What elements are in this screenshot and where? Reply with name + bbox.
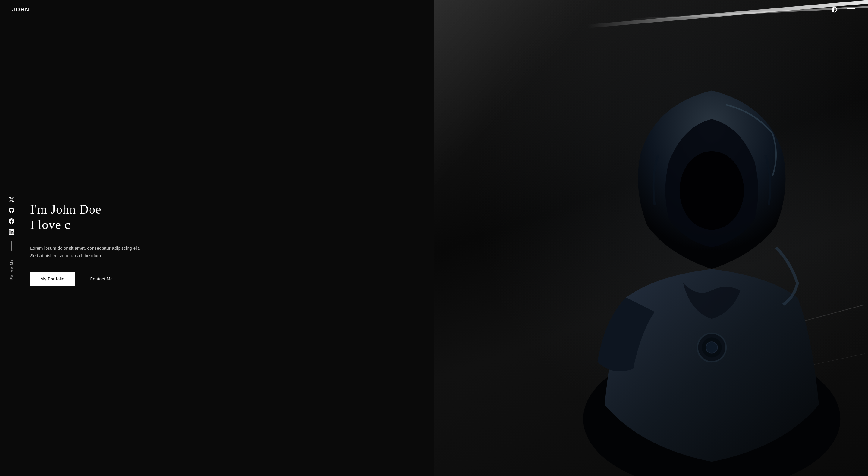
hero-description: Lorem ipsum dolor sit amet, consectetur … bbox=[30, 244, 145, 260]
portfolio-button[interactable]: My Portfolio bbox=[30, 272, 75, 286]
theme-toggle-button[interactable] bbox=[830, 5, 838, 14]
svg-point-4 bbox=[706, 342, 718, 353]
hamburger-menu-button[interactable] bbox=[846, 7, 856, 12]
svg-point-1 bbox=[680, 151, 744, 230]
hero-content: I'm John Doe I love c Lorem ipsum dolor … bbox=[30, 190, 145, 286]
follow-label: Follow Me bbox=[10, 259, 13, 280]
right-panel bbox=[434, 0, 868, 476]
twitter-icon[interactable] bbox=[8, 196, 14, 202]
github-icon[interactable] bbox=[8, 207, 14, 213]
contact-button[interactable]: Contact Me bbox=[80, 272, 123, 286]
facebook-icon[interactable] bbox=[8, 218, 14, 224]
social-sidebar: Follow Me bbox=[8, 196, 14, 280]
linkedin-icon[interactable] bbox=[8, 229, 14, 235]
hero-buttons: My Portfolio Contact Me bbox=[30, 272, 145, 286]
logo: JOHN bbox=[12, 7, 30, 13]
hero-name: I'm John Doe bbox=[30, 202, 145, 217]
social-divider bbox=[11, 241, 12, 251]
hamburger-line-1 bbox=[847, 8, 855, 9]
header-right bbox=[830, 5, 856, 14]
hero-image bbox=[434, 0, 868, 476]
main-layout: Follow Me I'm John Doe I love c Lorem ip… bbox=[0, 0, 868, 476]
left-panel: Follow Me I'm John Doe I love c Lorem ip… bbox=[0, 0, 434, 476]
hero-tagline: I love c bbox=[30, 217, 145, 232]
figure-svg bbox=[560, 47, 864, 476]
header: JOHN bbox=[0, 0, 868, 19]
hamburger-line-2 bbox=[847, 10, 855, 11]
